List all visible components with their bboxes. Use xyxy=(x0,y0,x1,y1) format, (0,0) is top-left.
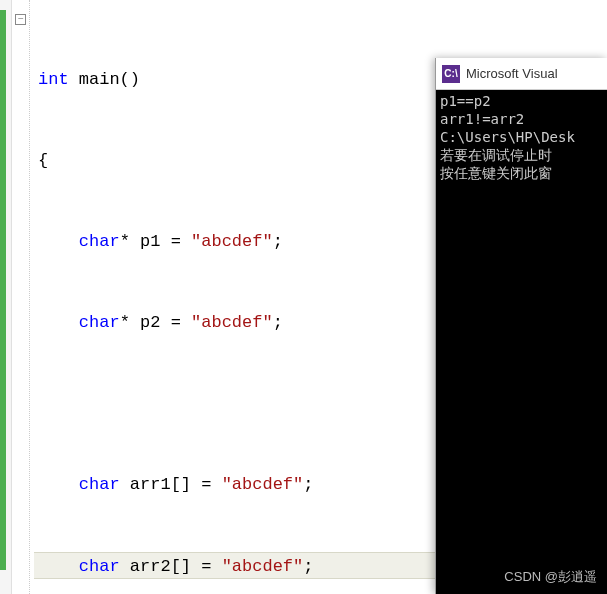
string-literal: "abcdef" xyxy=(222,557,304,576)
keyword: char xyxy=(38,557,120,576)
string-literal: "abcdef" xyxy=(222,475,304,494)
console-line: p1==p2 xyxy=(440,92,603,110)
keyword: char xyxy=(38,313,120,332)
console-app-icon: C:\ xyxy=(442,65,460,83)
code-text: ; xyxy=(303,475,313,494)
code-text: * p1 = xyxy=(120,232,191,251)
console-line: 按任意键关闭此窗 xyxy=(440,164,603,182)
console-line: C:\Users\HP\Desk xyxy=(440,128,603,146)
console-line: arr1!=arr2 xyxy=(440,110,603,128)
keyword: char xyxy=(38,232,120,251)
fold-column: − xyxy=(12,0,30,594)
code-text: ; xyxy=(303,557,313,576)
console-title: Microsoft Visual xyxy=(466,66,558,81)
code-text: arr2[] = xyxy=(120,557,222,576)
code-text: * p2 = xyxy=(120,313,191,332)
console-window[interactable]: C:\ Microsoft Visual p1==p2arr1!=arr2C:\… xyxy=(435,58,607,594)
keyword: char xyxy=(38,475,120,494)
fold-toggle-icon[interactable]: − xyxy=(15,14,26,25)
code-text: ; xyxy=(273,313,283,332)
keyword: int xyxy=(38,70,69,89)
code-text: main() xyxy=(69,70,140,89)
change-indicator-bar xyxy=(0,10,6,570)
console-line: 若要在调试停止时 xyxy=(440,146,603,164)
console-output[interactable]: p1==p2arr1!=arr2C:\Users\HP\Desk若要在调试停止时… xyxy=(436,90,607,184)
console-titlebar[interactable]: C:\ Microsoft Visual xyxy=(436,58,607,90)
code-text: arr1[] = xyxy=(120,475,222,494)
string-literal: "abcdef" xyxy=(191,232,273,251)
code-text: ; xyxy=(273,232,283,251)
string-literal: "abcdef" xyxy=(191,313,273,332)
code-text: { xyxy=(38,151,48,170)
watermark: CSDN @彭逍遥 xyxy=(504,568,597,586)
editor-gutter xyxy=(0,0,12,594)
